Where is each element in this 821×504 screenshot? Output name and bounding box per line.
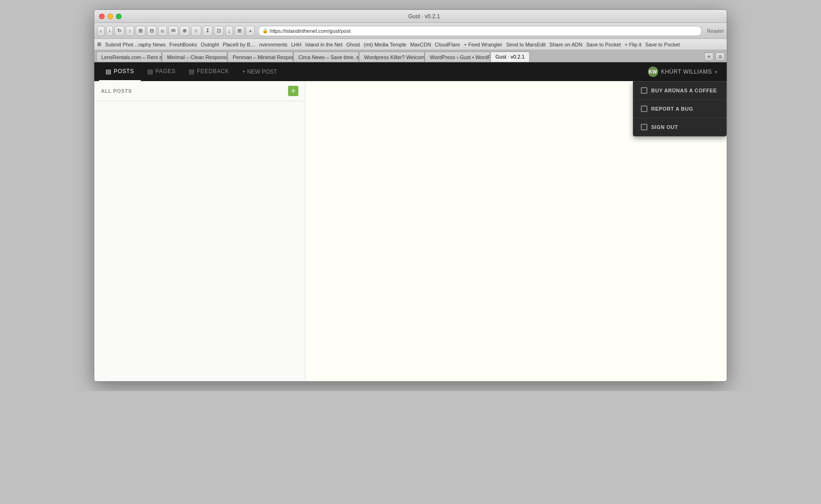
sidebar-toggle[interactable]: ⊞: [136, 26, 145, 36]
tab-wordpress-gust[interactable]: WordPress › Gust • WordPres...: [425, 52, 490, 62]
window-title: Gust · v0.2.1: [126, 13, 722, 20]
add-tab-button[interactable]: +: [704, 53, 714, 61]
back-button[interactable]: ‹: [97, 26, 105, 36]
nav-posts[interactable]: ▤ Posts: [99, 62, 141, 81]
posts-icon: ▤: [106, 68, 112, 75]
save-button[interactable]: ↧: [203, 26, 213, 36]
nav-pages[interactable]: ▤ Pages: [141, 62, 182, 81]
bookmark-mt[interactable]: (mt) Media Temple: [364, 42, 406, 47]
sign-out-item[interactable]: Sign Out: [633, 118, 726, 136]
report-bug-item[interactable]: Report a Bug: [633, 100, 726, 118]
rss-button[interactable]: ⊕: [180, 26, 190, 36]
sign-out-icon: [641, 124, 647, 130]
bookmark-island[interactable]: Island in the Net: [305, 42, 342, 47]
main-content: All Posts +: [94, 81, 727, 381]
action-button[interactable]: ⊞: [235, 26, 244, 36]
buy-coffee-item[interactable]: Buy Arūnas a Coffee: [633, 82, 726, 100]
bookmark-submit[interactable]: Submit Phot…raphy News: [105, 42, 166, 47]
app-nav: ▤ Posts ▤ Pages ▤ Feedback + New Post KW…: [94, 62, 727, 81]
feedback-icon: ▤: [189, 68, 195, 75]
posts-panel-title: All Posts: [101, 88, 288, 94]
tabs-bar: LensRentals.com – Rent a Pa... Minimal –…: [94, 50, 727, 62]
buy-coffee-icon: [641, 87, 647, 94]
nav-pages-label: Pages: [155, 68, 175, 75]
new-post-button[interactable]: +: [288, 86, 298, 96]
maximize-button[interactable]: [116, 14, 122, 19]
bookmark-button[interactable]: ☆: [191, 26, 201, 36]
nav-new-post[interactable]: + New Post: [236, 62, 283, 81]
mail-button[interactable]: ✉: [168, 26, 178, 36]
traffic-lights: [99, 14, 122, 19]
reader-button[interactable]: Reader: [707, 28, 724, 34]
new-post-label: + New Post: [242, 68, 277, 75]
toolbar: ‹ › ↻ ↑ ⊞ ⊟ ⎋ ✉ ⊕ ☆ ↧ ⊡ ↓ ⊞ + 🔒 https://…: [94, 23, 727, 39]
title-bar: Gust · v0.2.1: [94, 10, 727, 23]
tab-penman[interactable]: Penman – Minimal Responsi...: [228, 52, 293, 62]
bookmark-maxcdn[interactable]: MaxCDN: [410, 42, 431, 47]
bookmark-marsedit[interactable]: Send to MarsEdit: [506, 42, 546, 47]
ssl-icon: 🔒: [262, 28, 268, 33]
bookmark-feedwrangler[interactable]: + Feed Wrangler: [464, 42, 502, 47]
share-button[interactable]: ↑: [126, 26, 134, 36]
bookmark-nvironments[interactable]: nvironments: [259, 42, 288, 47]
nav-feedback[interactable]: ▤ Feedback: [182, 62, 236, 81]
download-button[interactable]: ↓: [225, 26, 234, 36]
nav-posts-label: Posts: [114, 68, 134, 75]
bookmark-freshbooks[interactable]: FreshBooks: [169, 42, 197, 47]
forward-button[interactable]: ›: [106, 26, 114, 36]
pin-button[interactable]: ⊡: [214, 26, 224, 36]
bookmark-cloudflare[interactable]: CloudFlare: [435, 42, 460, 47]
minimize-button[interactable]: [107, 14, 113, 19]
show-all-tabs[interactable]: ⊟: [147, 26, 157, 36]
browser-window: Gust · v0.2.1 ‹ › ↻ ↑ ⊞ ⊟ ⎋ ✉ ⊕ ☆ ↧ ⊡ ↓ …: [94, 9, 727, 382]
nav-feedback-label: Feedback: [197, 68, 229, 75]
chevron-down-icon: ▾: [715, 69, 718, 75]
buy-coffee-label: Buy Arūnas a Coffee: [651, 88, 717, 93]
bookmark-flipit[interactable]: + Flip it: [624, 42, 641, 47]
tab-minimal[interactable]: Minimal – Clean Responsive...: [162, 52, 228, 62]
tabs-actions: + ≡: [704, 53, 725, 62]
sign-out-label: Sign Out: [651, 124, 678, 130]
bookmarks-bar: ⊞ Submit Phot…raphy News FreshBooks Outr…: [94, 39, 727, 50]
bookmark-pocket1[interactable]: Save to Pocket: [586, 42, 621, 47]
posts-sidebar: All Posts +: [94, 81, 305, 381]
tab-lensrentals[interactable]: LensRentals.com – Rent a Pa...: [96, 52, 162, 62]
tab-list-button[interactable]: ≡: [715, 53, 725, 61]
share2-button[interactable]: ⎋: [158, 26, 167, 36]
report-bug-label: Report a Bug: [651, 106, 693, 112]
reload-button[interactable]: ↻: [114, 26, 124, 36]
user-menu-button[interactable]: KW Khürt Williams ▾: [643, 62, 722, 81]
bookmark-pocket2[interactable]: Save to Pocket: [645, 42, 680, 47]
user-name: Khürt Williams: [661, 68, 712, 75]
address-text: https://islandinthenet.com/gust/post: [270, 28, 698, 34]
tab-circa[interactable]: Circa News – Save time, stay...: [293, 52, 359, 62]
app-area: ▤ Posts ▤ Pages ▤ Feedback + New Post KW…: [94, 62, 727, 381]
bookmark-placeit[interactable]: PlaceIt by B…: [223, 42, 256, 47]
bookmark-lhh[interactable]: LHH: [291, 42, 301, 47]
bookmark-item[interactable]: ⊞: [97, 41, 101, 47]
posts-header: All Posts +: [94, 81, 305, 101]
tab-gust-active[interactable]: Gust · v0.2.1: [490, 52, 530, 62]
bookmark-ghost[interactable]: Ghost: [346, 42, 360, 47]
bookmark-outright[interactable]: Outright: [201, 42, 219, 47]
bookmark-shareadn[interactable]: Share on ADN: [549, 42, 582, 47]
tab-wordpress-killer[interactable]: Wordpress Killer? Welcome T...: [359, 52, 425, 62]
address-bar[interactable]: 🔒 https://islandinthenet.com/gust/post: [258, 26, 702, 36]
new-tab-button[interactable]: +: [246, 26, 254, 36]
close-button[interactable]: [99, 14, 105, 19]
user-dropdown-menu: Buy Arūnas a Coffee Report a Bug Sign Ou…: [633, 81, 727, 136]
pages-icon: ▤: [147, 68, 153, 75]
user-avatar: KW: [648, 67, 658, 77]
report-bug-icon: [641, 105, 647, 112]
